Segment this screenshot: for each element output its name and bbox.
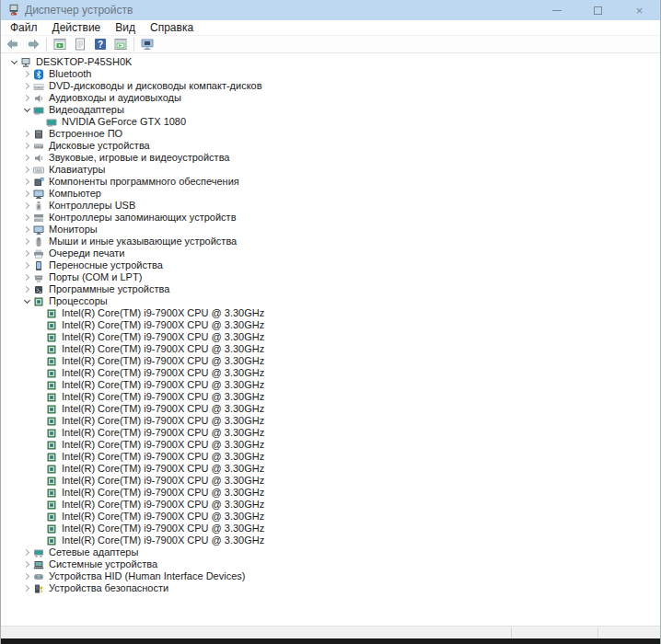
chevron-right-icon[interactable] <box>21 188 33 200</box>
tree-item[interactable]: NVIDIA GeForce GTX 1080 <box>1 116 660 128</box>
cpu-icon <box>46 488 57 499</box>
window-bottom-edge <box>1 638 660 644</box>
console-tree-button[interactable] <box>51 37 69 52</box>
tree-item[interactable]: Аудиовходы и аудиовыходы <box>1 92 660 104</box>
chevron-right-icon[interactable] <box>21 271 33 283</box>
tree-item[interactable]: Видеоадаптеры <box>1 104 660 116</box>
tree-item[interactable]: Порты (COM и LPT) <box>1 271 660 283</box>
chevron-down-icon[interactable] <box>21 104 33 116</box>
tree-item[interactable]: Intel(R) Core(TM) i9-7900X CPU @ 3.30GHz <box>1 319 660 331</box>
maximize-button[interactable] <box>577 0 619 20</box>
tree-item[interactable]: DVD-дисководы и дисководы компакт-дисков <box>1 80 660 92</box>
tree-item[interactable]: Intel(R) Core(TM) i9-7900X CPU @ 3.30GHz <box>1 451 660 463</box>
tree-item[interactable]: Клавиатуры <box>1 164 660 176</box>
menu-item-action[interactable]: Действие <box>45 20 109 35</box>
menu-item-view[interactable]: Вид <box>108 20 143 35</box>
tree-item[interactable]: Intel(R) Core(TM) i9-7900X CPU @ 3.30GHz <box>1 427 660 439</box>
chevron-down-icon[interactable] <box>8 56 20 68</box>
chevron-spacer <box>34 331 46 343</box>
tree-item[interactable]: Intel(R) Core(TM) i9-7900X CPU @ 3.30GHz <box>1 343 660 355</box>
chevron-right-icon[interactable] <box>21 259 33 271</box>
tree-item[interactable]: Звуковые, игровые и видеоустройства <box>1 152 660 164</box>
tree-item[interactable]: Intel(R) Core(TM) i9-7900X CPU @ 3.30GHz <box>1 499 660 511</box>
chevron-right-icon[interactable] <box>21 570 33 582</box>
chevron-right-icon[interactable] <box>21 546 33 558</box>
chevron-right-icon[interactable] <box>21 176 33 188</box>
tree-item[interactable]: Мыши и иные указывающие устройства <box>1 236 660 247</box>
tree-item[interactable]: Контроллеры USB <box>1 200 660 212</box>
tree-item-label: Intel(R) Core(TM) i9-7900X CPU @ 3.30GHz <box>60 463 266 475</box>
chevron-right-icon[interactable] <box>21 68 33 80</box>
properties-icon <box>73 37 87 52</box>
tree-item[interactable]: Intel(R) Core(TM) i9-7900X CPU @ 3.30GHz <box>1 403 660 415</box>
tree-item-label: Intel(R) Core(TM) i9-7900X CPU @ 3.30GHz <box>60 391 266 403</box>
menu-item-help[interactable]: Справка <box>143 20 201 35</box>
chevron-right-icon[interactable] <box>21 558 33 570</box>
tree-item[interactable]: Процессоры <box>1 295 660 307</box>
menu-item-file[interactable]: Файл <box>3 20 45 35</box>
tree-item[interactable]: Контроллеры запоминающих устройств <box>1 212 660 224</box>
tree-item-label: Устройства безопасности <box>47 582 170 594</box>
chevron-right-icon[interactable] <box>21 140 33 152</box>
scan-hardware-button[interactable] <box>138 37 157 52</box>
tree-item[interactable]: Intel(R) Core(TM) i9-7900X CPU @ 3.30GHz <box>1 463 660 475</box>
chevron-right-icon[interactable] <box>21 152 33 164</box>
tree-item[interactable]: Сетевые адаптеры <box>1 546 660 558</box>
help-button[interactable]: ? <box>91 37 110 52</box>
minimize-button[interactable] <box>536 0 577 20</box>
chevron-right-icon[interactable] <box>21 200 33 212</box>
tree-item[interactable]: Переносные устройства <box>1 259 660 271</box>
tree-item[interactable]: Intel(R) Core(TM) i9-7900X CPU @ 3.30GHz <box>1 379 660 391</box>
chevron-right-icon[interactable] <box>21 582 33 594</box>
chevron-right-icon[interactable] <box>21 236 33 247</box>
chevron-right-icon[interactable] <box>21 224 33 236</box>
tree-item[interactable]: Устройства HID (Human Interface Devices) <box>1 570 660 582</box>
tree-item[interactable]: Intel(R) Core(TM) i9-7900X CPU @ 3.30GHz <box>1 415 660 427</box>
close-button[interactable]: × <box>619 0 660 20</box>
tree-item[interactable]: Intel(R) Core(TM) i9-7900X CPU @ 3.30GHz <box>1 355 660 367</box>
tree-item[interactable]: Bluetooth <box>1 68 660 80</box>
tree-item[interactable]: Встроенное ПО <box>1 128 660 140</box>
tree-item[interactable]: Intel(R) Core(TM) i9-7900X CPU @ 3.30GHz <box>1 391 660 403</box>
tree-item[interactable]: Мониторы <box>1 224 660 236</box>
tree-item[interactable]: Дисковые устройства <box>1 140 660 152</box>
tree-item[interactable]: Компоненты программного обеспечения <box>1 176 660 188</box>
tree-item[interactable]: Intel(R) Core(TM) i9-7900X CPU @ 3.30GHz <box>1 487 660 499</box>
tree-item[interactable]: Intel(R) Core(TM) i9-7900X CPU @ 3.30GHz <box>1 523 660 535</box>
chevron-right-icon[interactable] <box>21 247 33 259</box>
tree-item[interactable]: Intel(R) Core(TM) i9-7900X CPU @ 3.30GHz <box>1 535 660 546</box>
cpu-icon <box>46 500 57 511</box>
tree-item[interactable]: Intel(R) Core(TM) i9-7900X CPU @ 3.30GHz <box>1 307 660 319</box>
forward-button[interactable] <box>24 37 42 52</box>
title-bar: Диспетчер устройств × <box>1 0 660 20</box>
action-pane-button[interactable] <box>111 37 130 52</box>
tree-item-label: Звуковые, игровые и видеоустройства <box>47 152 232 164</box>
chevron-right-icon[interactable] <box>21 92 33 104</box>
close-icon: × <box>636 5 644 17</box>
tree-item[interactable]: Устройства безопасности <box>1 582 660 594</box>
tree-item[interactable]: Intel(R) Core(TM) i9-7900X CPU @ 3.30GHz <box>1 511 660 523</box>
chevron-right-icon[interactable] <box>21 283 33 295</box>
tree-item[interactable]: Компьютер <box>1 188 660 200</box>
tree-item-label: Intel(R) Core(TM) i9-7900X CPU @ 3.30GHz <box>60 535 266 546</box>
svg-text:?: ? <box>98 40 103 50</box>
tree-item[interactable]: DESKTOP-P45SH0K <box>1 56 660 68</box>
tree-item[interactable]: Программные устройства <box>1 283 660 295</box>
chevron-right-icon[interactable] <box>21 80 33 92</box>
tree-item[interactable]: Intel(R) Core(TM) i9-7900X CPU @ 3.30GHz <box>1 439 660 451</box>
tree-item[interactable]: Intel(R) Core(TM) i9-7900X CPU @ 3.30GHz <box>1 367 660 379</box>
chevron-right-icon[interactable] <box>21 212 33 224</box>
tree-item-label: Intel(R) Core(TM) i9-7900X CPU @ 3.30GHz <box>60 523 266 535</box>
chevron-down-icon[interactable] <box>21 295 33 307</box>
properties-button[interactable] <box>71 37 89 52</box>
chevron-spacer <box>34 499 46 511</box>
chevron-right-icon[interactable] <box>21 128 33 140</box>
tree-item[interactable]: Очереди печати <box>1 247 660 259</box>
back-button[interactable] <box>4 37 22 52</box>
cpu-icon <box>46 452 57 463</box>
tree-item[interactable]: Intel(R) Core(TM) i9-7900X CPU @ 3.30GHz <box>1 331 660 343</box>
tree-item[interactable]: Intel(R) Core(TM) i9-7900X CPU @ 3.30GHz <box>1 475 660 487</box>
chevron-right-icon[interactable] <box>21 164 33 176</box>
tree-item[interactable]: Системные устройства <box>1 558 660 570</box>
console-tree-icon <box>52 37 67 52</box>
